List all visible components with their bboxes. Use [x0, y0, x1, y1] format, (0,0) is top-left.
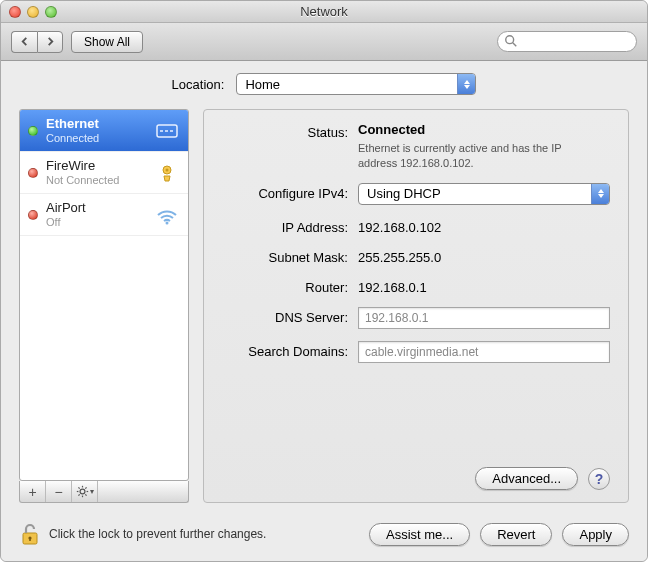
sidebar-item-sub: Connected [46, 132, 146, 145]
chevron-right-icon [46, 37, 55, 46]
wifi-icon [154, 204, 180, 226]
ethernet-icon [154, 120, 180, 142]
revert-button[interactable]: Revert [480, 523, 552, 546]
svg-point-6 [80, 489, 85, 494]
action-menu-button[interactable]: ▾ [72, 481, 98, 502]
chevron-left-icon [20, 37, 29, 46]
body-row: Ethernet Connected FireWire Not Connecte [19, 109, 629, 503]
lock-area: Click the lock to prevent further change… [19, 521, 359, 547]
gear-icon [76, 485, 89, 498]
help-button[interactable]: ? [588, 468, 610, 490]
toolbar: Show All [1, 23, 647, 61]
assist-button[interactable]: Assist me... [369, 523, 470, 546]
popup-arrows-icon [591, 184, 609, 204]
plus-icon: + [28, 484, 36, 500]
nav-segmented [11, 31, 63, 53]
status-description: Ethernet is currently active and has the… [358, 141, 598, 171]
sidebar-item-label: AirPort [46, 201, 146, 216]
status-dot-icon [28, 210, 38, 220]
lock-text: Click the lock to prevent further change… [49, 527, 266, 541]
sidebar-item-airport[interactable]: AirPort Off [20, 194, 188, 236]
sidebar-item-label: Ethernet [46, 117, 146, 132]
interface-list: Ethernet Connected FireWire Not Connecte [19, 109, 189, 481]
location-row: Location: Home [19, 73, 629, 95]
status-value: Connected [358, 122, 610, 137]
network-prefs-window: Network Show All Location: Home [0, 0, 648, 562]
lock-open-icon[interactable] [19, 521, 41, 547]
minus-icon: − [54, 484, 62, 500]
content: Location: Home Ethernet Connected [1, 61, 647, 511]
configure-ipv4-popup[interactable]: Using DHCP [358, 183, 610, 205]
sidebar-item-ethernet[interactable]: Ethernet Connected [20, 110, 188, 152]
popup-arrows-icon [457, 74, 475, 94]
show-all-button[interactable]: Show All [71, 31, 143, 53]
sidebar-footer: + − [19, 481, 189, 503]
remove-interface-button[interactable]: − [46, 481, 72, 502]
add-interface-button[interactable]: + [20, 481, 46, 502]
bottom-bar: Click the lock to prevent further change… [1, 511, 647, 561]
window-title: Network [1, 4, 647, 19]
search-icon [504, 34, 518, 48]
svg-line-11 [78, 487, 79, 488]
sidebar-item-label: FireWire [46, 159, 146, 174]
sidebar-item-sub: Off [46, 216, 146, 229]
zoom-window-button[interactable] [45, 6, 57, 18]
chevron-down-icon: ▾ [90, 487, 94, 496]
svg-point-0 [506, 36, 514, 44]
location-label: Location: [172, 77, 225, 92]
svg-line-12 [85, 494, 86, 495]
configure-label: Configure IPv4: [222, 183, 348, 201]
location-popup[interactable]: Home [236, 73, 476, 95]
status-dot-icon [28, 168, 38, 178]
help-icon: ? [595, 471, 604, 487]
location-value: Home [245, 77, 457, 92]
ip-value: 192.168.0.102 [358, 217, 610, 235]
window-controls [9, 6, 57, 18]
search-input[interactable] [497, 31, 637, 52]
search-domains-label: Search Domains: [222, 341, 348, 359]
back-button[interactable] [11, 31, 37, 53]
router-label: Router: [222, 277, 348, 295]
titlebar: Network [1, 1, 647, 23]
status-dot-icon [28, 126, 38, 136]
search-wrap [497, 31, 637, 52]
mask-value: 255.255.255.0 [358, 247, 610, 265]
svg-point-5 [166, 221, 169, 224]
ip-label: IP Address: [222, 217, 348, 235]
sidebar-item-firewire[interactable]: FireWire Not Connected [20, 152, 188, 194]
advanced-button[interactable]: Advanced... [475, 467, 578, 490]
close-window-button[interactable] [9, 6, 21, 18]
status-label: Status: [222, 122, 348, 140]
svg-line-14 [85, 487, 86, 488]
sidebar-item-sub: Not Connected [46, 174, 146, 187]
svg-point-4 [166, 168, 169, 171]
svg-line-1 [513, 43, 517, 47]
details-panel: Status: Connected Ethernet is currently … [203, 109, 629, 503]
dns-input[interactable] [358, 307, 610, 329]
apply-button[interactable]: Apply [562, 523, 629, 546]
mask-label: Subnet Mask: [222, 247, 348, 265]
svg-line-13 [78, 494, 79, 495]
forward-button[interactable] [37, 31, 63, 53]
firewire-icon [154, 162, 180, 184]
dns-label: DNS Server: [222, 307, 348, 325]
minimize-window-button[interactable] [27, 6, 39, 18]
sidebar: Ethernet Connected FireWire Not Connecte [19, 109, 189, 503]
router-value: 192.168.0.1 [358, 277, 610, 295]
search-domains-input[interactable] [358, 341, 610, 363]
configure-value: Using DHCP [367, 186, 591, 201]
